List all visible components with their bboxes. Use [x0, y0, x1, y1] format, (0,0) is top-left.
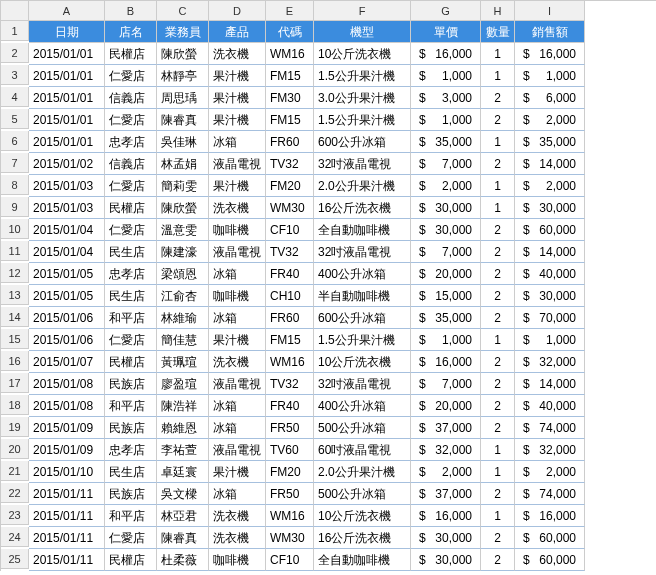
row-header-11[interactable]: 11 [1, 241, 29, 261]
row-header-10[interactable]: 10 [1, 219, 29, 239]
cell-model[interactable]: 60吋液晶電視 [314, 439, 411, 461]
cell-price[interactable]: $7,000 [411, 153, 481, 175]
cell-store[interactable]: 民生店 [105, 285, 157, 307]
cell-store[interactable]: 民權店 [105, 549, 157, 571]
cell-product[interactable]: 冰箱 [209, 131, 266, 153]
cell-product[interactable]: 咖啡機 [209, 549, 266, 571]
cell-store[interactable]: 民權店 [105, 351, 157, 373]
cell-product[interactable]: 洗衣機 [209, 527, 266, 549]
cell-product[interactable]: 洗衣機 [209, 43, 266, 65]
cell-date[interactable]: 2015/01/09 [29, 439, 105, 461]
cell-model[interactable]: 10公斤洗衣機 [314, 351, 411, 373]
cell-model[interactable]: 2.0公升果汁機 [314, 461, 411, 483]
cell-date[interactable]: 2015/01/01 [29, 43, 105, 65]
cell-product[interactable]: 果汁機 [209, 65, 266, 87]
cell-qty[interactable]: 2 [481, 153, 515, 175]
col-header-I[interactable]: I [515, 1, 585, 21]
cell-qty[interactable]: 2 [481, 395, 515, 417]
cell-store[interactable]: 民族店 [105, 483, 157, 505]
cell-date[interactable]: 2015/01/01 [29, 65, 105, 87]
cell-price[interactable]: $37,000 [411, 483, 481, 505]
cell-qty[interactable]: 2 [481, 241, 515, 263]
cell-store[interactable]: 民權店 [105, 197, 157, 219]
cell-store[interactable]: 民權店 [105, 43, 157, 65]
cell-sales[interactable]: 江俞杏 [157, 285, 209, 307]
row-header-3[interactable]: 3 [1, 65, 29, 85]
cell-date[interactable]: 2015/01/03 [29, 197, 105, 219]
cell-price[interactable]: $35,000 [411, 307, 481, 329]
cell-product[interactable]: 冰箱 [209, 263, 266, 285]
cell-code[interactable]: FM15 [266, 329, 314, 351]
cell-amount[interactable]: $16,000 [515, 43, 585, 65]
cell-amount[interactable]: $2,000 [515, 109, 585, 131]
row-header-16[interactable]: 16 [1, 351, 29, 371]
cell-date[interactable]: 2015/01/01 [29, 87, 105, 109]
cell-model[interactable]: 10公斤洗衣機 [314, 505, 411, 527]
cell-price[interactable]: $16,000 [411, 43, 481, 65]
cell-date[interactable]: 2015/01/07 [29, 351, 105, 373]
cell-qty[interactable]: 2 [481, 527, 515, 549]
cell-product[interactable]: 冰箱 [209, 417, 266, 439]
cell-amount[interactable]: $16,000 [515, 505, 585, 527]
cell-sales[interactable]: 廖盈瑄 [157, 373, 209, 395]
row-header-19[interactable]: 19 [1, 417, 29, 437]
cell-sales[interactable]: 陳睿真 [157, 109, 209, 131]
col-header-C[interactable]: C [157, 1, 209, 21]
cell-store[interactable]: 忠孝店 [105, 263, 157, 285]
cell-sales[interactable]: 陳欣螢 [157, 197, 209, 219]
cell-code[interactable]: FR60 [266, 131, 314, 153]
cell-sales[interactable]: 簡莉雯 [157, 175, 209, 197]
cell-amount[interactable]: $1,000 [515, 329, 585, 351]
cell-sales[interactable]: 杜柔薇 [157, 549, 209, 571]
cell-qty[interactable]: 2 [481, 109, 515, 131]
cell-qty[interactable]: 2 [481, 285, 515, 307]
row-header-21[interactable]: 21 [1, 461, 29, 481]
cell-sales[interactable]: 李祐萱 [157, 439, 209, 461]
cell-amount[interactable]: $14,000 [515, 373, 585, 395]
cell-code[interactable]: FR50 [266, 483, 314, 505]
cell-qty[interactable]: 2 [481, 351, 515, 373]
cell-store[interactable]: 仁愛店 [105, 329, 157, 351]
cell-code[interactable]: FR50 [266, 417, 314, 439]
cell-store[interactable]: 仁愛店 [105, 527, 157, 549]
cell-product[interactable]: 洗衣機 [209, 505, 266, 527]
cell-qty[interactable]: 2 [481, 263, 515, 285]
cell-model[interactable]: 1.5公升果汁機 [314, 65, 411, 87]
col-header-E[interactable]: E [266, 1, 314, 21]
cell-store[interactable]: 信義店 [105, 153, 157, 175]
cell-code[interactable]: FR40 [266, 395, 314, 417]
cell-price[interactable]: $32,000 [411, 439, 481, 461]
cell-qty[interactable]: 1 [481, 329, 515, 351]
cell-date[interactable]: 2015/01/08 [29, 395, 105, 417]
cell-sales[interactable]: 陳浩祥 [157, 395, 209, 417]
cell-price[interactable]: $30,000 [411, 197, 481, 219]
cell-qty[interactable]: 2 [481, 483, 515, 505]
cell-date[interactable]: 2015/01/09 [29, 417, 105, 439]
cell-amount[interactable]: $35,000 [515, 131, 585, 153]
cell-sales[interactable]: 陳欣螢 [157, 43, 209, 65]
cell-sales[interactable]: 陳睿真 [157, 527, 209, 549]
row-header-12[interactable]: 12 [1, 263, 29, 283]
row-header-8[interactable]: 8 [1, 175, 29, 195]
cell-sales[interactable]: 吳文樑 [157, 483, 209, 505]
cell-price[interactable]: $3,000 [411, 87, 481, 109]
row-header-6[interactable]: 6 [1, 131, 29, 151]
cell-model[interactable]: 16公斤洗衣機 [314, 197, 411, 219]
cell-amount[interactable]: $60,000 [515, 549, 585, 571]
row-header-25[interactable]: 25 [1, 549, 29, 569]
row-header-4[interactable]: 4 [1, 87, 29, 107]
cell-store[interactable]: 信義店 [105, 87, 157, 109]
row-header-24[interactable]: 24 [1, 527, 29, 547]
cell-code[interactable]: WM16 [266, 351, 314, 373]
cell-qty[interactable]: 1 [481, 43, 515, 65]
cell-product[interactable]: 洗衣機 [209, 351, 266, 373]
cell-store[interactable]: 仁愛店 [105, 175, 157, 197]
cell-product[interactable]: 液晶電視 [209, 153, 266, 175]
cell-model[interactable]: 10公斤洗衣機 [314, 43, 411, 65]
row-header-20[interactable]: 20 [1, 439, 29, 459]
cell-amount[interactable]: $14,000 [515, 153, 585, 175]
cell-amount[interactable]: $60,000 [515, 219, 585, 241]
col-header-G[interactable]: G [411, 1, 481, 21]
cell-qty[interactable]: 1 [481, 175, 515, 197]
cell-sales[interactable]: 周思瑀 [157, 87, 209, 109]
